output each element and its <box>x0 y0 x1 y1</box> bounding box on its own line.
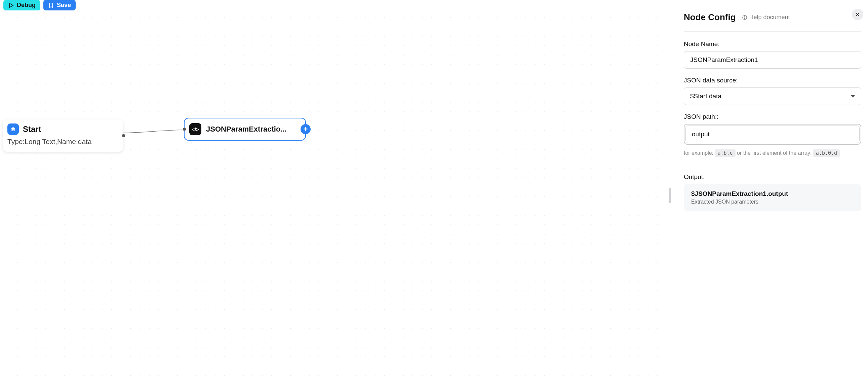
example-chip-1: a.b.c <box>715 149 735 157</box>
json-source-label: JSON data source: <box>684 77 861 84</box>
help-document-link[interactable]: Help document <box>742 14 790 21</box>
help-document-label: Help document <box>749 14 790 21</box>
json-path-input[interactable] <box>685 125 860 143</box>
example-chip-2: a.b.0.d <box>813 149 840 157</box>
output-label: Output: <box>684 173 861 181</box>
node-name-label: Node Name: <box>684 40 861 48</box>
debug-button[interactable]: Debug <box>3 0 40 10</box>
bookmark-icon <box>48 2 54 8</box>
chevron-down-icon <box>851 95 855 97</box>
save-button-label: Save <box>57 2 71 9</box>
node-start-title: Start <box>23 124 41 134</box>
node-start-output-port[interactable] <box>122 134 125 137</box>
home-icon <box>7 123 19 135</box>
json-path-helptext: for example: a.b.c or the first element … <box>684 149 861 157</box>
output-variable: $JSONParamExtraction1.output <box>691 190 854 197</box>
node-start[interactable]: Start Type:Long Text,Name:data <box>3 119 123 152</box>
node-start-subtitle: Type:Long Text,Name:data <box>7 138 119 146</box>
add-output-button[interactable]: + <box>301 124 311 134</box>
toolbar: Debug Save <box>3 0 75 10</box>
svg-marker-0 <box>10 3 13 7</box>
play-icon <box>8 2 14 8</box>
json-source-value: $Start.data <box>690 92 721 100</box>
json-path-label: JSON path:: <box>684 113 861 120</box>
node-name-input[interactable] <box>684 51 861 68</box>
output-description: Extracted JSON parameters <box>691 199 854 205</box>
node-json-param-extraction[interactable]: </> JSONParamExtractio... + <box>184 118 306 141</box>
save-button[interactable]: Save <box>43 0 75 10</box>
panel-title: Node Config <box>684 12 736 23</box>
edge-start-to-json <box>122 124 186 138</box>
node-config-panel: Node Config Help document Node Name: JSO… <box>671 0 868 391</box>
node-json-input-port[interactable] <box>183 128 186 131</box>
close-icon <box>855 12 860 17</box>
help-icon <box>742 15 747 20</box>
output-box: $JSONParamExtraction1.output Extracted J… <box>684 184 861 211</box>
code-icon: </> <box>189 123 202 135</box>
json-path-input-wrap <box>684 124 861 145</box>
divider <box>684 31 861 32</box>
svg-point-2 <box>744 18 745 19</box>
node-json-title: JSONParamExtractio... <box>206 125 287 134</box>
panel-resize-handle[interactable] <box>669 188 671 203</box>
json-source-select[interactable]: $Start.data <box>684 87 861 105</box>
close-button[interactable] <box>852 9 863 20</box>
debug-button-label: Debug <box>17 2 36 9</box>
